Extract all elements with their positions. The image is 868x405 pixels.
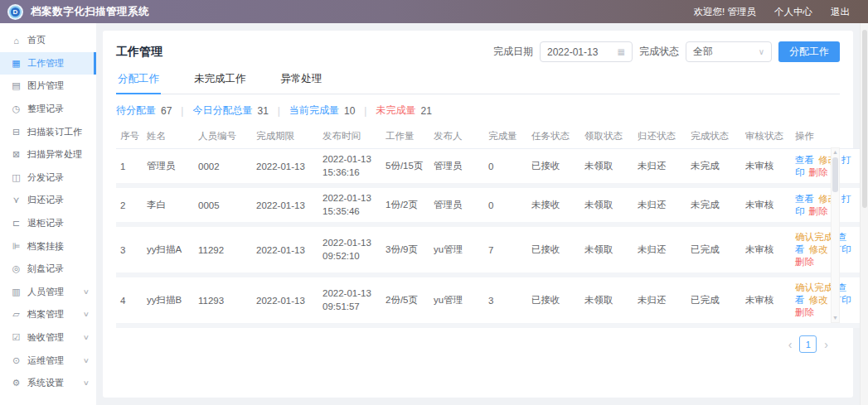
completion-date-input[interactable]: 2022-01-13 ▦ (540, 41, 633, 62)
calendar-icon: ▦ (611, 47, 625, 56)
sidebar-item-label: 扫描异常处理 (27, 148, 82, 161)
sidebar-item-8[interactable]: ⊏ 退柜记录 (0, 212, 96, 235)
sidebar-item-11[interactable]: ▥ 人员管理 ∨ (0, 281, 96, 304)
stat-separator: | (364, 105, 366, 117)
assign-work-button[interactable]: 分配工作 (778, 41, 840, 62)
sidebar-item-9[interactable]: ⊫ 档案挂接 (0, 234, 96, 258)
page-scrollbar[interactable] (860, 23, 868, 405)
cell-publisher: 管理员 (429, 186, 484, 224)
stats-bar: 待分配量67|今日分配总量31|当前完成量10|未完成量21 (116, 104, 840, 118)
prev-page-button[interactable]: ‹ (788, 339, 793, 350)
sidebar-item-label: 人员管理 (27, 286, 64, 298)
tab-2[interactable]: 异常处理 (279, 72, 324, 94)
page-1-button[interactable]: 1 (799, 335, 817, 353)
action-view-link[interactable]: 查看 (795, 194, 814, 204)
cell-person_id: 11293 (194, 275, 252, 325)
cell-deadline: 2022-01-13 (252, 186, 318, 224)
sidebar-item-6[interactable]: ◫ 分发记录 (0, 166, 96, 190)
cell-deadline: 2022-01-13 (252, 224, 318, 275)
tab-bar: 分配工作未完成工作异常处理 (116, 72, 840, 94)
table-header-row: 序号姓名人员编号完成期限发布时间工作量发布人完成量任务状态领取状态归还状态完成状… (116, 125, 864, 149)
cell-audit_status: 未审核 (741, 186, 791, 224)
sidebar-item-14[interactable]: ⊙ 运维管理 ∨ (0, 349, 96, 372)
cell-person_id: 0002 (194, 149, 252, 186)
pagination: ‹ 1 › (116, 335, 840, 353)
action-confirm-complete-link[interactable]: 确认完成 (795, 232, 833, 242)
sidebar-item-12[interactable]: ▱ 档案管理 ∨ (0, 303, 96, 326)
scroll-up-icon[interactable]: ▲ (832, 148, 838, 157)
sidebar-item-0[interactable]: ⌂ 首页 (0, 29, 96, 52)
work-management-icon: ▦ (11, 58, 22, 69)
column-header: 姓名 (143, 125, 194, 149)
stat-separator: | (181, 105, 183, 117)
scroll-down-icon[interactable]: ▼ (832, 314, 838, 322)
cell-deadline: 2022-01-13 (252, 275, 318, 325)
return-records-icon: ⋎ (11, 195, 22, 205)
sidebar-item-2[interactable]: ▤ 图片管理 (0, 75, 96, 98)
action-delete-link[interactable]: 删除 (795, 257, 814, 267)
stat-value: 67 (161, 105, 172, 117)
cell-audit_status: 未审核 (741, 149, 791, 186)
cell-actions: 查看修改打印删除 (791, 149, 864, 186)
sidebar-item-10[interactable]: ◎ 刻盘记录 (0, 258, 96, 281)
action-delete-link[interactable]: 删除 (809, 206, 828, 216)
profile-link[interactable]: 个人中心 (774, 6, 812, 18)
cell-workload: 3份/9页 (381, 224, 429, 275)
sidebar-item-1[interactable]: ▦ 工作管理 (0, 52, 96, 75)
tab-0[interactable]: 分配工作 (116, 72, 161, 94)
cell-publish-time: 2022-01-1309:52:10 (318, 224, 381, 275)
column-header: 任务状态 (527, 125, 580, 149)
column-header: 发布人 (429, 125, 484, 149)
sidebar-item-label: 整理记录 (27, 103, 64, 115)
sidebar-item-4[interactable]: ⊟ 扫描装订工作 (0, 120, 96, 143)
sidebar-item-3[interactable]: ◷ 整理记录 (0, 98, 96, 121)
cell-task_status: 未接收 (527, 186, 580, 224)
action-confirm-complete-link[interactable]: 确认完成 (795, 282, 833, 292)
cell-complete_status: 未完成 (686, 149, 741, 186)
tab-1[interactable]: 未完成工作 (192, 72, 248, 94)
disc-records-icon: ◎ (11, 263, 22, 274)
chevron-down-icon: ∨ (83, 379, 90, 387)
personnel-management-icon: ▥ (11, 287, 22, 297)
sidebar-item-label: 验收管理 (27, 331, 64, 344)
sidebar-item-13[interactable]: ☑ 验收管理 ∨ (0, 326, 96, 350)
column-header: 发布时间 (318, 125, 381, 149)
sidebar-item-5[interactable]: ⊠ 扫描异常处理 (0, 143, 96, 166)
organize-records-icon: ◷ (11, 104, 22, 114)
action-delete-link[interactable]: 删除 (809, 167, 828, 177)
cell-complete_status: 已完成 (686, 275, 741, 325)
cell-task_status: 已接收 (527, 275, 580, 325)
cell-seq: 1 (116, 149, 143, 186)
cell-publish-time: 2022-01-1315:36:16 (318, 149, 381, 186)
cell-workload: 1份/2页 (381, 186, 429, 224)
sidebar-item-label: 系统设置 (27, 377, 64, 389)
stat-label: 当前完成量 (289, 104, 339, 118)
home-icon: ⌂ (11, 36, 22, 46)
chevron-down-icon: ∨ (83, 334, 90, 341)
next-page-button[interactable]: › (824, 339, 828, 350)
cell-name: yy扫描A (143, 224, 194, 275)
logout-link[interactable]: 退出 (831, 6, 850, 18)
column-header: 完成期限 (252, 125, 318, 149)
sidebar-item-7[interactable]: ⋎ 归还记录 (0, 189, 96, 212)
action-edit-link[interactable]: 修改 (809, 244, 828, 254)
column-header: 工作量 (381, 125, 429, 149)
action-delete-link[interactable]: 删除 (795, 307, 814, 317)
action-edit-link[interactable]: 修改 (809, 295, 828, 305)
table-scrollbar[interactable]: ▲ ▼ (831, 147, 840, 323)
operations-management-icon: ⊙ (11, 355, 22, 366)
column-header: 领取状态 (580, 125, 633, 149)
sidebar-item-label: 图片管理 (27, 80, 64, 92)
main-content: 工作管理 完成日期 2022-01-13 ▦ 完成状态 全部 ∨ 分配工作 分配… (96, 23, 860, 405)
table-scrollbar-thumb[interactable] (832, 157, 838, 192)
cell-task_status: 已接收 (527, 149, 580, 186)
sidebar-item-label: 首页 (27, 34, 46, 46)
action-view-link[interactable]: 查看 (795, 155, 814, 165)
sidebar-item-15[interactable]: ⚙ 系统设置 ∨ (0, 372, 96, 395)
page-scrollbar-thumb[interactable] (862, 30, 867, 208)
archive-management-icon: ▱ (11, 309, 22, 320)
cell-publisher: 管理员 (429, 149, 484, 186)
completion-status-select[interactable]: 全部 ∨ (686, 41, 772, 62)
cell-workload: 2份/5页 (381, 275, 429, 325)
stat-value: 31 (257, 105, 268, 117)
